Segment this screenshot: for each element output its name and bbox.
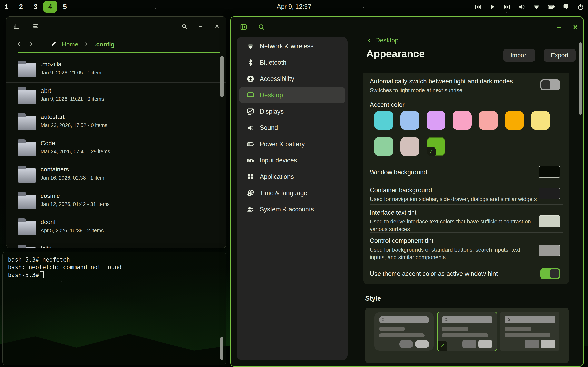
accent-hint-toggle[interactable] [540,268,560,279]
interface-tint-title: Interface text tint [370,209,416,216]
file-list: .mozillaJan 9, 2026, 21:05 - 1 item abrt… [6,56,226,248]
sidebar-item-label: Power & battery [260,141,305,148]
window-background-swatch[interactable] [539,166,560,178]
terminal-window[interactable]: bash-5.3# neofetch bash: neofetch: comma… [2,252,226,365]
appearance-settings-card: Automatically switch between light and d… [363,73,570,284]
export-button[interactable]: Export [544,49,576,62]
file-row[interactable]: fcitx [6,240,226,248]
container-background-swatch[interactable] [539,188,560,200]
close-icon[interactable] [571,23,579,31]
sidebar-item-label: Time & language [260,189,307,197]
accent-swatch-pink[interactable] [453,111,472,130]
interface-tint-swatch[interactable] [539,215,560,227]
accent-swatch-salmon[interactable] [479,111,498,130]
minimize-icon[interactable] [197,23,204,30]
preview-text-bar [379,327,405,331]
accent-swatch-tan[interactable] [400,137,419,156]
power-icon[interactable] [577,3,584,10]
sidebar-item-label: Desktop [260,92,283,99]
sidebar-item-input[interactable]: Input devices [239,152,345,169]
interface-tint-subtitle: Used to derive interface text colors tha… [370,218,537,233]
sidebar-item-accessibility[interactable]: Accessibility [239,71,345,87]
workspace-2[interactable]: 2 [15,0,27,13]
folder-icon [17,168,36,183]
settings-scrollbar[interactable] [579,42,582,115]
sidebar-item-displays[interactable]: Displays [239,103,345,120]
edit-path-icon[interactable] [51,41,57,48]
chat-icon[interactable] [562,3,570,10]
style-option-round[interactable] [374,312,434,351]
file-name: dconf [41,218,56,225]
sidebar-item-desktop[interactable]: Desktop [239,87,345,103]
sidebar-item-label: Accessibility [260,75,294,83]
file-name: fcitx [41,245,52,248]
panel-clock[interactable]: Apr 9, 12:37 [263,0,325,13]
accent-swatch-purple[interactable] [426,111,445,130]
desktop: 1 2 3 4 5 Apr 9, 12:37 [0,0,588,367]
sidebar-item-power[interactable]: Power & battery [239,136,345,152]
collapse-sidebar-icon[interactable] [240,23,247,31]
minimize-icon[interactable] [555,23,563,31]
split-view-icon[interactable] [13,23,20,30]
wifi-icon[interactable] [533,3,540,10]
sidebar-item-network[interactable]: Network & wireless [239,38,345,54]
folder-icon [17,142,36,156]
sidebar-item-label: Bluetooth [260,59,286,66]
menu-icon[interactable] [32,23,39,30]
style-option-square[interactable] [500,312,559,351]
sidebar-item-system[interactable]: System & accounts [239,201,345,217]
divider [370,265,563,265]
file-row[interactable]: containersJan 16, 2026, 02:38 - 1 item [6,161,226,188]
accent-swatch-green-selected[interactable]: ✓ [426,137,445,156]
file-row[interactable]: abrtJan 9, 2026, 19:21 - 0 items [6,82,226,109]
skip-forward-icon[interactable] [503,3,511,10]
sidebar-item-sound[interactable]: Sound [239,120,345,136]
preview-search-bar [505,316,555,323]
selected-check-icon: ✓ [426,147,436,156]
desktop-icon [247,91,254,99]
file-row[interactable]: .mozillaJan 9, 2026, 21:05 - 1 item [6,56,226,82]
skip-back-icon[interactable] [474,3,481,10]
search-icon[interactable] [181,23,188,30]
back-to-desktop-link[interactable]: Desktop [366,36,398,45]
files-scrollbar[interactable] [220,56,224,97]
preview-button [462,340,476,348]
preview-text-bar [505,327,531,331]
play-icon[interactable] [489,3,496,10]
search-icon[interactable] [258,23,265,31]
import-button[interactable]: Import [503,49,535,62]
workspace-4-active[interactable]: 4 [43,1,57,13]
file-row[interactable]: autostartMar 23, 2026, 17:52 - 0 items [6,109,226,135]
style-option-slightly-round[interactable]: ✓ [438,312,497,351]
sidebar-item-label: Input devices [260,157,297,164]
terminal-scrollbar[interactable] [220,337,223,360]
accent-swatch-teal[interactable] [374,111,393,130]
battery-icon[interactable] [548,3,555,10]
breadcrumb-current[interactable]: .config [95,41,114,48]
file-row[interactable]: dconfApr 5, 2026, 16:39 - 2 items [6,214,226,240]
accent-swatch-yellow[interactable] [531,111,550,130]
sidebar-item-time[interactable]: Time & language [239,185,345,201]
volume-icon[interactable] [518,3,526,10]
preview-text-bar [442,333,488,337]
accent-swatch-mint[interactable] [374,137,393,156]
workspace-1[interactable]: 1 [0,0,13,13]
forward-icon[interactable] [28,41,35,48]
close-icon[interactable] [213,23,221,30]
sidebar-item-applications[interactable]: Applications [239,169,345,185]
workspace-5[interactable]: 5 [59,0,71,13]
file-row[interactable]: cosmicJan 12, 2026, 01:42 - 31 items [6,188,226,214]
sidebar-item-bluetooth[interactable]: Bluetooth [239,54,345,71]
control-tint-swatch[interactable] [539,245,560,257]
back-icon[interactable] [16,41,23,48]
accent-swatch-blue[interactable] [400,111,419,130]
page-title: Appearance [366,48,425,60]
selected-check-icon: ✓ [438,341,447,351]
file-row[interactable]: CodeMar 24, 2026, 07:41 - 29 items [6,135,226,161]
workspace-3[interactable]: 3 [29,0,42,13]
breadcrumb-home[interactable]: Home [62,41,78,48]
auto-switch-toggle[interactable] [540,79,560,90]
accent-swatch-orange[interactable] [505,111,524,130]
folder-icon [17,195,36,209]
terminal-prompt: bash-5.3# [8,271,44,278]
